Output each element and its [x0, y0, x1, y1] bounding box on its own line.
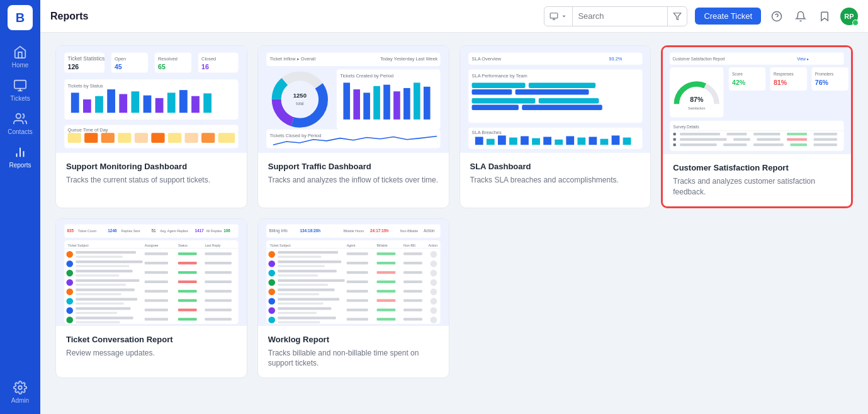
- svg-rect-182: [178, 280, 197, 283]
- svg-rect-181: [145, 280, 168, 283]
- svg-text:Survey Details: Survey Details: [674, 125, 699, 130]
- svg-point-257: [430, 288, 437, 295]
- svg-text:Ticket Subject: Ticket Subject: [68, 243, 89, 247]
- sidebar-item-admin[interactable]: Admin: [9, 376, 31, 409]
- svg-point-166: [66, 260, 73, 267]
- svg-rect-136: [814, 138, 837, 141]
- admin-icon: [13, 381, 27, 394]
- app-logo: B: [8, 5, 33, 30]
- search-type-button[interactable]: [544, 7, 573, 26]
- svg-text:Closed: Closed: [201, 56, 216, 62]
- svg-rect-51: [201, 133, 215, 143]
- create-ticket-button[interactable]: Create Ticket: [695, 8, 761, 25]
- svg-rect-93: [486, 139, 494, 145]
- svg-rect-194: [178, 299, 197, 301]
- svg-rect-133: [733, 138, 750, 141]
- svg-text:106: 106: [223, 228, 230, 233]
- help-button[interactable]: [769, 8, 785, 25]
- svg-point-184: [66, 288, 73, 295]
- svg-rect-82: [471, 82, 525, 88]
- avatar[interactable]: RP: [840, 8, 858, 25]
- svg-rect-102: [589, 137, 597, 145]
- sidebar-item-tickets[interactable]: Tickets: [0, 74, 40, 107]
- sidebar-item-reports[interactable]: Reports: [0, 140, 40, 174]
- svg-text:Replies Sent: Replies Sent: [121, 229, 141, 233]
- svg-rect-85: [471, 105, 518, 111]
- report-body-customer-satisfaction: Customer Satisfaction Report Tracks and …: [663, 154, 851, 206]
- filter-button[interactable]: [667, 7, 687, 26]
- report-body-support-monitoring: Support Monitoring Dashboard Tracks the …: [56, 153, 247, 194]
- svg-rect-168: [76, 265, 129, 267]
- svg-rect-269: [376, 308, 395, 311]
- svg-rect-276: [376, 318, 395, 320]
- report-preview-sla: SLA Overview 93.2% SLA Performance by Te…: [460, 46, 651, 153]
- svg-rect-135: [787, 138, 807, 141]
- svg-rect-30: [83, 99, 91, 113]
- svg-rect-241: [376, 271, 395, 273]
- svg-rect-65: [343, 82, 350, 119]
- sidebar-item-tickets-label: Tickets: [10, 95, 30, 102]
- reports-grid: Ticket Statistics 126 Open 45 Resolved 6…: [55, 45, 853, 378]
- svg-point-178: [66, 279, 73, 286]
- svg-rect-39: [191, 96, 200, 113]
- svg-rect-36: [155, 98, 164, 113]
- svg-text:SLA Overview: SLA Overview: [471, 56, 501, 62]
- svg-rect-254: [347, 289, 368, 292]
- svg-rect-180: [76, 284, 126, 286]
- svg-text:45: 45: [115, 63, 122, 70]
- sidebar-item-home[interactable]: Home: [0, 40, 40, 74]
- svg-rect-247: [347, 280, 368, 283]
- svg-rect-226: [347, 252, 368, 255]
- reports-content: Ticket Statistics 126 Open 45 Resolved 6…: [40, 33, 868, 414]
- svg-text:SLA Breaches: SLA Breaches: [471, 130, 501, 135]
- svg-text:24:17:19h: 24:17:19h: [370, 228, 388, 233]
- svg-rect-132: [680, 138, 726, 141]
- notifications-button[interactable]: [792, 8, 809, 25]
- svg-rect-73: [424, 87, 431, 120]
- svg-rect-88: [538, 98, 599, 104]
- svg-text:81%: 81%: [774, 79, 787, 86]
- svg-rect-191: [76, 298, 137, 300]
- svg-rect-238: [278, 269, 337, 272]
- report-body-ticket-conversation: Ticket Conversation Report Review messag…: [56, 326, 247, 367]
- svg-text:134:18:20h: 134:18:20h: [300, 228, 320, 233]
- svg-rect-205: [145, 318, 168, 320]
- svg-text:1417: 1417: [194, 228, 204, 233]
- search-input[interactable]: [573, 11, 667, 21]
- svg-text:835: 835: [67, 228, 74, 233]
- sidebar-item-admin-label: Admin: [11, 397, 29, 404]
- svg-rect-277: [403, 318, 422, 320]
- svg-rect-43: [68, 133, 81, 143]
- svg-rect-31: [95, 96, 103, 113]
- svg-text:Billable: Billable: [376, 243, 387, 247]
- sidebar-item-contacts-label: Contacts: [8, 128, 32, 135]
- svg-rect-261: [347, 299, 368, 301]
- svg-text:Responses: Responses: [774, 72, 794, 77]
- svg-rect-127: [727, 133, 747, 135]
- svg-rect-234: [376, 262, 395, 264]
- report-card-worklog[interactable]: Billing Info 134:18:20h Billable Hours 2…: [257, 218, 449, 379]
- svg-rect-174: [76, 274, 119, 276]
- report-title-support-traffic: Support Traffic Dashboard: [268, 162, 439, 171]
- svg-rect-179: [76, 279, 139, 281]
- report-card-support-traffic[interactable]: Ticket Inflow ▸ Overall Today Yesterday …: [257, 45, 449, 208]
- report-card-customer-satisfaction[interactable]: Customer Satisfaction Report View ▸ 87% …: [661, 45, 853, 208]
- chevron-down-icon: [561, 13, 567, 20]
- svg-text:Resolved: Resolved: [158, 56, 178, 62]
- sidebar-item-contacts[interactable]: Contacts: [0, 107, 40, 140]
- svg-point-190: [66, 298, 73, 305]
- svg-rect-67: [363, 92, 370, 120]
- report-card-ticket-conversation[interactable]: 835 Ticket Count 1246 Replies Sent 51 Av…: [55, 218, 247, 379]
- report-card-sla[interactable]: SLA Overview 93.2% SLA Performance by Te…: [459, 45, 651, 208]
- svg-rect-8: [551, 13, 558, 18]
- svg-rect-35: [144, 96, 152, 113]
- report-card-support-monitoring[interactable]: Ticket Statistics 126 Open 45 Resolved 6…: [55, 45, 247, 208]
- report-title-ticket-conversation: Ticket Conversation Report: [66, 335, 237, 344]
- svg-point-160: [66, 251, 73, 258]
- svg-point-258: [268, 298, 275, 305]
- svg-rect-140: [753, 143, 784, 146]
- svg-rect-259: [278, 298, 339, 300]
- bookmarks-button[interactable]: [816, 8, 833, 25]
- svg-rect-66: [353, 89, 360, 120]
- svg-rect-29: [71, 92, 79, 113]
